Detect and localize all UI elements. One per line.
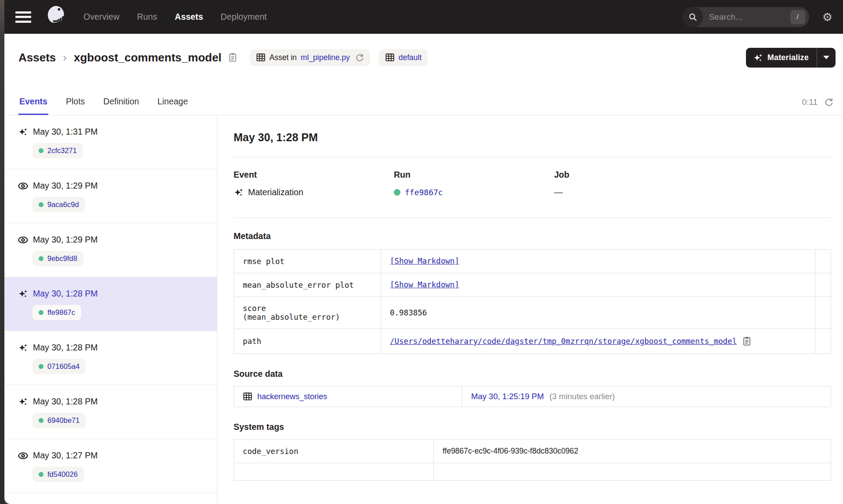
run-id-link[interactable]: 9aca6c9d xyxy=(47,200,79,209)
event-detail-panel: May 30, 1:28 PM Event Run Job Materializ… xyxy=(217,115,843,504)
materialize-split-button: Materialize xyxy=(746,48,836,68)
run-id-link[interactable]: 071605a4 xyxy=(47,362,79,371)
asset-badge-prefix: Asset in xyxy=(270,53,297,62)
run-tag[interactable]: 6940be71 xyxy=(32,413,86,428)
materialize-sparkle-icon xyxy=(753,53,763,63)
event-time: May 30, 1:31 PM xyxy=(33,127,97,137)
run-id-link[interactable]: fd540026 xyxy=(47,470,78,479)
run-tag[interactable]: ffe9867c xyxy=(32,305,81,320)
run-tag[interactable]: 9aca6c9d xyxy=(32,197,85,212)
chevron-down-icon xyxy=(823,56,829,59)
event-type-text: Materialization xyxy=(248,187,303,197)
run-id-link[interactable]: 6940be71 xyxy=(47,416,79,425)
asset-definition-badge[interactable]: Asset in ml_pipeline.py xyxy=(250,49,370,66)
refresh-countdown: 0:11 xyxy=(802,97,818,107)
metadata-row: mean_absolute_error plot [Show Markdown] xyxy=(234,273,831,297)
event-list-item-selected[interactable]: May 30, 1:28 PM ffe9867c xyxy=(4,277,217,331)
event-value: Materialization xyxy=(234,187,394,197)
show-markdown-link[interactable]: [Show Markdown] xyxy=(390,280,459,289)
event-time: May 30, 1:29 PM xyxy=(33,181,97,191)
run-id-link[interactable]: 9ebc9fd8 xyxy=(47,254,77,263)
metadata-key: score (mean_absolute_error) xyxy=(234,297,381,329)
search-icon xyxy=(683,7,703,27)
asset-grid-icon xyxy=(243,392,252,401)
observation-eye-icon xyxy=(18,181,28,190)
run-value: ffe9867c xyxy=(394,187,554,197)
events-content: May 30, 1:31 PM 2cfc3271 May 30, 1:29 PM xyxy=(4,115,843,504)
source-timestamp-link[interactable]: May 30, 1:25:19 PM xyxy=(471,392,544,401)
tab-plots[interactable]: Plots xyxy=(65,97,86,115)
run-tag[interactable]: 9ebc9fd8 xyxy=(32,251,83,266)
path-link[interactable]: /Users/odetteharary/code/dagster/tmp_0mz… xyxy=(390,337,737,346)
event-list-item[interactable]: May 30, 1:29 PM 9aca6c9d xyxy=(4,169,217,223)
run-tag[interactable]: fd540026 xyxy=(32,467,84,482)
observation-eye-icon xyxy=(18,235,28,244)
system-tag-row-partial xyxy=(234,463,831,481)
topnav-right: Search... / ⚙ xyxy=(683,7,832,27)
materialize-button[interactable]: Materialize xyxy=(746,48,817,68)
system-tag-value xyxy=(434,463,831,481)
metadata-actions-cell xyxy=(815,297,831,329)
background-window-sliver xyxy=(0,0,4,504)
source-data-table: hackernews_stories May 30, 1:25:19 PM (3… xyxy=(234,386,831,407)
nav-item-deployment[interactable]: Deployment xyxy=(221,12,267,22)
system-tag-value: ffe9867c-ec9c-4f06-939c-f8dc830c0962 xyxy=(434,440,831,463)
metadata-key: mean_absolute_error plot xyxy=(234,273,381,297)
repository-badge[interactable]: default xyxy=(379,49,428,66)
source-asset-link[interactable]: hackernews_stories xyxy=(257,392,327,401)
system-tags-section-title: System tags xyxy=(234,422,831,432)
metadata-value: 0.983856 xyxy=(381,297,815,329)
asset-file-link[interactable]: ml_pipeline.py xyxy=(301,53,350,62)
event-list-item[interactable]: May 30, 1:31 PM 2cfc3271 xyxy=(4,115,217,169)
copy-asset-name-icon[interactable] xyxy=(228,52,238,63)
primary-nav: Overview Runs Assets Deployment xyxy=(83,12,267,22)
tab-lineage[interactable]: Lineage xyxy=(157,97,189,115)
materialization-sparkle-icon xyxy=(18,397,28,406)
materialize-dropdown-button[interactable] xyxy=(817,48,836,68)
run-id-link[interactable]: ffe9867c xyxy=(405,188,443,197)
dagster-logo-icon[interactable] xyxy=(43,4,68,29)
source-data-row: hackernews_stories May 30, 1:25:19 PM (3… xyxy=(234,386,831,407)
settings-gear-icon[interactable]: ⚙ xyxy=(822,11,832,23)
tab-definition[interactable]: Definition xyxy=(102,97,140,115)
run-tag[interactable]: 071605a4 xyxy=(32,359,86,374)
run-success-dot xyxy=(39,310,43,315)
metadata-section-title: Metadata xyxy=(234,231,831,241)
metadata-row: path /Users/odetteharary/code/dagster/tm… xyxy=(234,329,831,354)
event-list-item[interactable]: May 30, 1:28 PM 6940be71 xyxy=(4,385,217,439)
nav-item-overview[interactable]: Overview xyxy=(83,12,119,22)
run-tag[interactable]: 2cfc3271 xyxy=(32,143,83,158)
refresh-icon[interactable] xyxy=(824,97,833,107)
event-time: May 30, 1:27 PM xyxy=(33,450,97,461)
reload-definitions-icon[interactable] xyxy=(355,53,364,62)
asset-tabs-row: Events Plots Definition Lineage 0:11 xyxy=(4,81,843,115)
run-id-link[interactable]: ffe9867c xyxy=(47,308,75,317)
materialization-sparkle-icon xyxy=(18,289,28,298)
asset-grid-icon xyxy=(256,53,266,62)
breadcrumb-assets-link[interactable]: Assets xyxy=(18,51,56,64)
run-success-dot xyxy=(39,256,43,261)
menu-hamburger-icon[interactable] xyxy=(15,11,31,23)
event-list-item[interactable]: May 30, 1:27 PM fd540026 xyxy=(4,439,217,493)
event-detail-title: May 30, 1:28 PM xyxy=(234,131,831,144)
event-list-item[interactable]: May 30, 1:29 PM 9ebc9fd8 xyxy=(4,223,217,277)
search-placeholder: Search... xyxy=(709,12,790,22)
nav-item-assets[interactable]: Assets xyxy=(175,12,203,22)
search-input[interactable]: Search... / xyxy=(683,7,809,27)
copy-path-icon[interactable] xyxy=(742,336,752,347)
run-success-dot xyxy=(394,189,400,196)
top-nav: Overview Runs Assets Deployment Search..… xyxy=(4,0,843,34)
system-tags-table: code_version ffe9867c-ec9c-4f06-939c-f8d… xyxy=(234,439,831,481)
metadata-key: rmse plot xyxy=(234,250,381,273)
run-id-link[interactable]: 2cfc3271 xyxy=(47,147,77,155)
show-markdown-link[interactable]: [Show Markdown] xyxy=(390,257,459,265)
nav-item-runs[interactable]: Runs xyxy=(137,12,157,22)
tab-events[interactable]: Events xyxy=(18,97,48,115)
page-title: xgboost_comments_model xyxy=(74,51,222,64)
event-time: May 30, 1:28 PM xyxy=(33,397,97,407)
event-list-item[interactable]: May 30, 1:28 PM 071605a4 xyxy=(4,331,217,385)
repository-link[interactable]: default xyxy=(399,53,422,62)
run-success-dot xyxy=(39,148,43,153)
system-tag-row: code_version ffe9867c-ec9c-4f06-939c-f8d… xyxy=(234,440,831,463)
materialization-sparkle-icon xyxy=(18,127,28,136)
